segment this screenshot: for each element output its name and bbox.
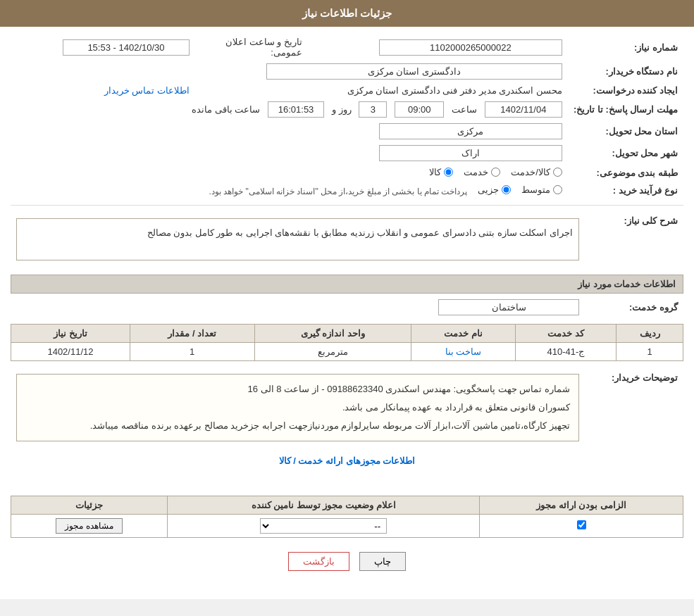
process-label-mutavasset: متوسط xyxy=(521,184,550,195)
services-tbody: 1 ج-41-410 ساخت بنا مترمربع 1 1402/11/12 xyxy=(11,343,683,361)
permits-thead: الزامی بودن ارائه مجوز اعلام وضعیت مجوز … xyxy=(11,496,683,515)
category-option-kala-khedmat[interactable]: کالا/خدمت xyxy=(511,167,562,177)
category-radio-kala[interactable] xyxy=(444,168,453,177)
city-label: شهر محل تحویل: xyxy=(568,142,683,164)
buyer-note-line1: شماره تماس جهت پاسخگویی: مهندس اسکندری 0… xyxy=(25,380,570,398)
process-options: متوسط جزیی پرداخت تمام یا بخشی از مبلغ خ… xyxy=(11,182,568,199)
need-number-value: 1102000265000022 xyxy=(308,34,568,61)
col-unit: واحد اندازه گیری xyxy=(254,325,411,343)
permits-table: الزامی بودن ارائه مجوز اعلام وضعیت مجوز … xyxy=(11,496,683,538)
deadline-time-input: 09:00 xyxy=(395,101,444,118)
row-name: ساخت بنا xyxy=(411,343,515,361)
buyer-notes-table: توضیحات خریدار: شماره تماس جهت پاسخگویی:… xyxy=(11,367,683,448)
permit-status-select[interactable]: -- xyxy=(260,518,387,534)
service-group-input: ساختمان xyxy=(438,299,579,315)
process-radio-group: متوسط جزیی xyxy=(478,184,562,195)
city-row: شهر محل تحویل: اراک xyxy=(11,142,683,164)
deadline-days-label: روز و xyxy=(332,104,352,115)
category-option-khedmat[interactable]: خدمت xyxy=(464,167,500,177)
org-name-input: دادگستری استان مرکزی xyxy=(266,63,562,80)
deadline-row: مهلت ارسال پاسخ: تا تاریخ: 1402/11/04 سا… xyxy=(11,99,683,120)
spacer-1 xyxy=(11,469,683,490)
category-radio-group: کالا/خدمت خدمت کالا xyxy=(429,167,562,177)
col-required: الزامی بودن ارائه مجوز xyxy=(480,496,683,515)
deadline-date-input: 1402/11/04 xyxy=(485,101,562,118)
creator-label: ایجاد کننده درخواست: xyxy=(568,82,683,99)
category-radio-khedmat[interactable] xyxy=(491,168,500,177)
print-button[interactable]: چاپ xyxy=(359,552,406,571)
permit-required-checkbox[interactable] xyxy=(577,520,586,529)
col-status: اعلام وضعیت مجوز توسط نامین کننده xyxy=(168,496,480,515)
divider-1 xyxy=(11,205,683,206)
category-row: طبقه بندی موضوعی: کالا/خدمت خدمت xyxy=(11,164,683,182)
org-name-row: نام دستگاه خریدار: دادگستری استان مرکزی xyxy=(11,61,683,82)
process-row: نوع فرآیند خرید : متوسط جزیی پرداخ xyxy=(11,182,683,199)
category-label: طبقه بندی موضوعی: xyxy=(568,164,683,182)
buyer-note-line3: تجهیز کارگاه،تامین ماشین آلات،ابزار آلات… xyxy=(25,417,570,435)
process-option-mutavasset[interactable]: متوسط xyxy=(521,184,562,195)
buyer-note-line2: کسوران قانونی متعلق به قرارداد به عهده پ… xyxy=(25,398,570,417)
service-group-value: ساختمان xyxy=(11,296,585,318)
deadline-remaining-label: ساعت باقی مانده xyxy=(192,104,260,115)
permits-section-title: اطلاعات مجوزهای ارائه خدمت / کالا xyxy=(11,455,683,466)
description-value: اجرای اسکلت سازه بتنی دادسرای عمومی و ان… xyxy=(11,210,585,269)
deadline-time-label: ساعت xyxy=(452,104,477,115)
description-label: شرح کلی نیاز: xyxy=(585,210,683,269)
category-label-kala: کالا xyxy=(429,167,441,177)
process-radio-jozii[interactable] xyxy=(502,185,511,194)
page-header: جزئیات اطلاعات نیاز xyxy=(0,0,694,27)
service-group-row: گروه خدمت: ساختمان xyxy=(11,296,683,318)
buyer-notes-row: توضیحات خریدار: شماره تماس جهت پاسخگویی:… xyxy=(11,367,683,448)
row-qty: 1 xyxy=(130,343,254,361)
permits-link[interactable]: اطلاعات مجوزهای ارائه خدمت / کالا xyxy=(279,455,416,466)
category-radio-kala-khedmat[interactable] xyxy=(553,168,562,177)
permit-details: مشاهده مجوز xyxy=(11,515,168,538)
row-code: ج-41-410 xyxy=(515,343,616,361)
process-label: نوع فرآیند خرید : xyxy=(568,182,683,199)
contact-link[interactable]: اطلاعات تماس خریدار xyxy=(104,85,190,96)
province-input: مرکزی xyxy=(379,123,562,139)
deadline-days-input: 3 xyxy=(359,101,387,118)
page-title: جزئیات اطلاعات نیاز xyxy=(302,7,392,19)
contact-link-cell: اطلاعات تماس خریدار xyxy=(11,82,195,99)
main-info-table: شماره نیاز: 1102000265000022 تاریخ و ساع… xyxy=(11,34,683,199)
permits-tbody: -- مشاهده مجوز xyxy=(11,515,683,538)
buyer-notes-label: توضیحات خریدار: xyxy=(585,367,683,448)
org-name-label: نام دستگاه خریدار: xyxy=(568,61,683,82)
col-name: نام خدمت xyxy=(411,325,515,343)
back-button[interactable]: بازگشت xyxy=(288,552,349,571)
process-note: پرداخت تمام یا بخشی از مبلغ خرید،از محل … xyxy=(209,187,468,196)
col-details: جزئیات xyxy=(11,496,168,515)
col-qty: تعداد / مقدار xyxy=(130,325,254,343)
org-name-value: دادگستری استان مرکزی xyxy=(11,61,568,82)
creator-value: محسن اسکندری مدیر دفتر فنی دادگستری استا… xyxy=(195,82,568,99)
deadline-values: 1402/11/04 ساعت 09:00 3 روز و 16:01:53 س… xyxy=(11,99,568,120)
province-row: استان محل تحویل: مرکزی xyxy=(11,120,683,142)
service-group-label: گروه خدمت: xyxy=(585,296,683,318)
category-options: کالا/خدمت خدمت کالا xyxy=(11,164,568,182)
category-label-khedmat: خدمت xyxy=(464,167,488,177)
permit-required xyxy=(480,515,683,538)
need-number-row: شماره نیاز: 1102000265000022 تاریخ و ساع… xyxy=(11,34,683,61)
service-group-table: گروه خدمت: ساختمان xyxy=(11,296,683,318)
services-section-title: اطلاعات خدمات مورد نیاز xyxy=(11,275,683,294)
creator-text: محسن اسکندری مدیر دفتر فنی دادگستری استا… xyxy=(347,85,562,96)
row-unit: مترمربع xyxy=(254,343,411,361)
announcement-label: تاریخ و ساعت اعلان عمومی: xyxy=(195,34,308,61)
process-radio-mutavasset[interactable] xyxy=(553,185,562,194)
deadline-label: مهلت ارسال پاسخ: تا تاریخ: xyxy=(568,99,683,120)
need-number-label: شماره نیاز: xyxy=(568,34,683,61)
category-option-kala[interactable]: کالا xyxy=(429,167,453,177)
creator-row: ایجاد کننده درخواست: محسن اسکندری مدیر د… xyxy=(11,82,683,99)
need-number-input: 1102000265000022 xyxy=(379,39,562,56)
buyer-notes-value: شماره تماس جهت پاسخگویی: مهندس اسکندری 0… xyxy=(11,367,585,448)
view-permit-button[interactable]: مشاهده مجوز xyxy=(56,518,122,534)
process-option-jozii[interactable]: جزیی xyxy=(478,184,511,195)
process-label-jozii: جزیی xyxy=(478,184,499,195)
col-code: کد خدمت xyxy=(515,325,616,343)
deadline-remaining-input: 16:01:53 xyxy=(268,101,324,118)
services-table: ردیف کد خدمت نام خدمت واحد اندازه گیری ت… xyxy=(11,324,683,361)
content-area: شماره نیاز: 1102000265000022 تاریخ و ساع… xyxy=(0,27,694,578)
city-input: اراک xyxy=(379,145,562,161)
row-num: 1 xyxy=(616,343,683,361)
